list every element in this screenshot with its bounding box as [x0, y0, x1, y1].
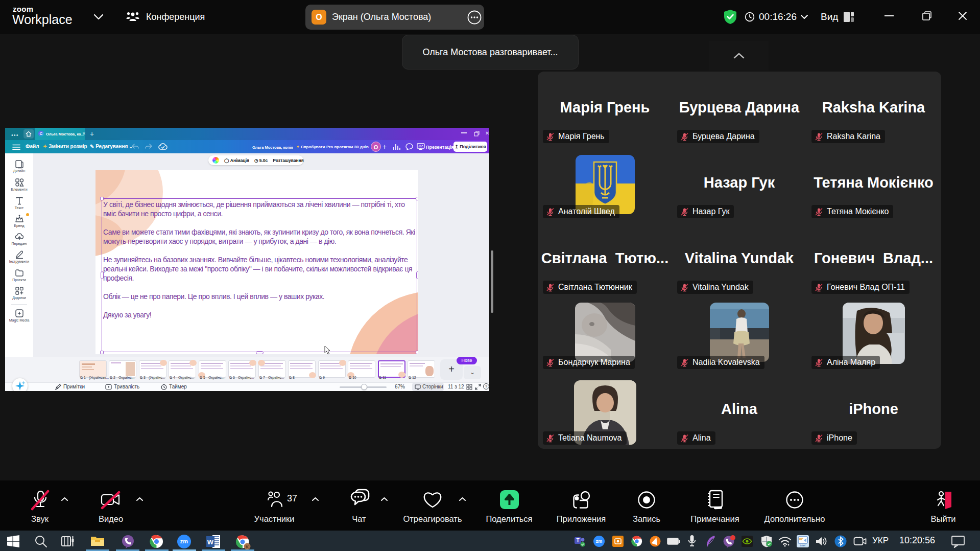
svg-text:intel: intel — [800, 544, 805, 547]
svg-text:K: K — [246, 544, 249, 549]
svg-text:W: W — [207, 538, 214, 546]
svg-text:T: T — [576, 538, 579, 543]
